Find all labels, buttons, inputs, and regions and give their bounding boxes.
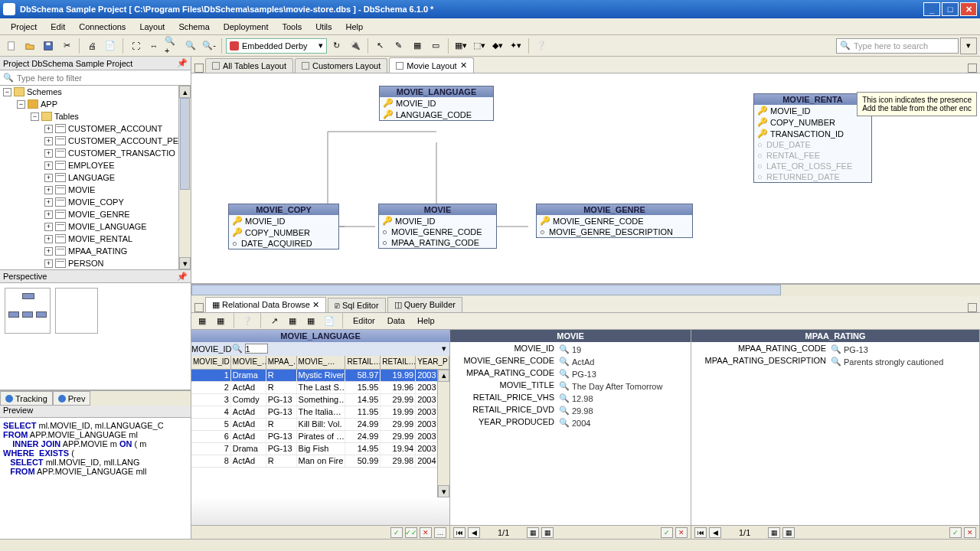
- refresh-icon[interactable]: ↻: [328, 37, 345, 54]
- accept-icon[interactable]: ✓: [949, 527, 962, 538]
- table-row[interactable]: 2ActAdRThe Last S…15.9519.962003: [191, 382, 449, 394]
- col-header[interactable]: MPAA_…: [266, 356, 297, 369]
- column-returned_date[interactable]: ○RETURNED_DATE: [754, 171, 871, 182]
- diagram-canvas[interactable]: MOVIE_LANGUAGE 🔑MOVIE_ID🔑LANGUAGE_CODE M…: [191, 73, 980, 284]
- dropdown-2-icon[interactable]: ⬚▾: [471, 37, 488, 54]
- menu-tools[interactable]: Tools: [276, 21, 308, 33]
- filter-input[interactable]: [245, 344, 268, 354]
- col-header[interactable]: MOVIE_…: [231, 356, 266, 369]
- more-icon[interactable]: …: [434, 527, 446, 538]
- layout-thumbnail[interactable]: [55, 288, 98, 334]
- layout2-icon[interactable]: ▦: [782, 527, 795, 538]
- subtab-help[interactable]: Help: [413, 315, 439, 327]
- table-row[interactable]: 5ActAdRKill Bill: Vol. 124.9929.992003: [191, 419, 449, 431]
- tree-table-movie_rental[interactable]: +MOVIE_RENTAL: [0, 233, 191, 245]
- subtab-data[interactable]: Data: [383, 315, 410, 327]
- new-icon[interactable]: [3, 37, 20, 54]
- tab-movie-layout[interactable]: Movie Layout✕: [389, 57, 473, 73]
- maximize-button[interactable]: □: [942, 2, 959, 16]
- column-movie_genre_code[interactable]: ○MOVIE_GENRE_CODE: [379, 227, 496, 237]
- close-button[interactable]: ✕: [960, 2, 977, 16]
- prev-icon[interactable]: ◀: [468, 527, 480, 538]
- dropdown-4-icon[interactable]: ✦▾: [508, 37, 524, 54]
- dropdown-icon[interactable]: ▾: [439, 344, 449, 354]
- tree-table-movie[interactable]: +MOVIE: [0, 184, 191, 196]
- menu-help[interactable]: Help: [340, 21, 370, 33]
- collapse-icon[interactable]: [194, 64, 204, 73]
- open-icon[interactable]: [21, 37, 38, 54]
- menu-layout[interactable]: Layout: [133, 21, 171, 33]
- grid2-icon[interactable]: ▦: [303, 314, 318, 328]
- close-tab-icon[interactable]: ✕: [312, 300, 319, 310]
- expand-icon[interactable]: [968, 64, 977, 73]
- col-header[interactable]: YEAR_P…: [416, 356, 449, 369]
- pointer-icon[interactable]: ↖: [372, 37, 389, 54]
- column-movie_genre_code[interactable]: 🔑MOVIE_GENRE_CODE: [537, 215, 692, 227]
- zoom-fit-icon[interactable]: ⛶: [127, 37, 144, 54]
- doc-icon[interactable]: 📄: [322, 314, 337, 328]
- table-movie-genre[interactable]: MOVIE_GENRE 🔑MOVIE_GENRE_CODE○MOVIE_GENR…: [536, 204, 693, 238]
- help2-icon[interactable]: ❔: [240, 314, 255, 328]
- tree-table-customer_account_pe[interactable]: +CUSTOMER_ACCOUNT_PE: [0, 135, 191, 147]
- close-tab-icon[interactable]: ✕: [460, 60, 467, 70]
- column-date_acquired[interactable]: ○DATE_ACQUIRED: [229, 238, 338, 249]
- column-rental_fee[interactable]: ○RENTAL_FEE: [754, 150, 871, 161]
- tree-table-language[interactable]: +LANGUAGE: [0, 171, 191, 184]
- tab-all-tables-layout[interactable]: All Tables Layout: [205, 58, 293, 73]
- first-icon[interactable]: ⏮: [694, 527, 707, 538]
- save-icon[interactable]: [40, 37, 57, 54]
- accept-icon[interactable]: ✓: [661, 527, 673, 538]
- export-icon[interactable]: 📄: [102, 37, 119, 54]
- column-movie_id[interactable]: 🔑MOVIE_ID: [379, 215, 496, 227]
- subtab-editor[interactable]: Editor: [348, 315, 380, 327]
- table-movie-copy[interactable]: MOVIE_COPY 🔑MOVIE_ID🔑COPY_NUMBER○DATE_AC…: [228, 204, 339, 249]
- canvas-hscrollbar[interactable]: [191, 284, 980, 296]
- table-row[interactable]: 8ActAdRMan on Fire50.9929.982004: [191, 455, 449, 468]
- menu-connections[interactable]: Connections: [73, 21, 132, 33]
- column-transaction_id[interactable]: 🔑TRANSACTION_ID: [754, 128, 871, 139]
- tree-table-mpaa_rating[interactable]: +MPAA_RATING: [0, 245, 191, 257]
- run-icon[interactable]: ▦: [194, 314, 210, 328]
- grid-scrollbar[interactable]: ▴▾: [437, 370, 449, 498]
- column-copy_number[interactable]: 🔑COPY_NUMBER: [229, 227, 338, 238]
- menu-edit[interactable]: Edit: [44, 21, 71, 33]
- tree-node-tables[interactable]: −Tables: [0, 110, 191, 122]
- column-movie_id[interactable]: 🔑MOVIE_ID: [380, 97, 493, 109]
- column-mpaa_rating_code[interactable]: ○MPAA_RATING_CODE: [379, 237, 496, 248]
- dropdown-1-icon[interactable]: ▦▾: [452, 37, 469, 54]
- tree-table-customer_account[interactable]: +CUSTOMER_ACCOUNT: [0, 122, 191, 135]
- tab-customers-layout[interactable]: Customers Layout: [295, 58, 387, 73]
- prev-icon[interactable]: ◀: [709, 527, 721, 538]
- pencil-icon[interactable]: ✎: [390, 37, 407, 54]
- table-movie[interactable]: MOVIE 🔑MOVIE_ID○MOVIE_GENRE_CODE○MPAA_RA…: [378, 204, 497, 249]
- search-dropdown-icon[interactable]: ▾: [960, 37, 977, 54]
- tab-query-builder[interactable]: ◫Query Builder: [387, 297, 462, 312]
- menu-deployment[interactable]: Deployment: [217, 21, 275, 33]
- table-row[interactable]: 6ActAdPG-13Pirates of …24.9929.992003: [191, 431, 449, 443]
- connect-icon[interactable]: 🔌: [347, 37, 364, 54]
- column-language_code[interactable]: 🔑LANGUAGE_CODE: [380, 109, 493, 120]
- zoom-select-icon[interactable]: 🔍: [182, 37, 199, 54]
- tree-scrollbar[interactable]: ▴▾: [178, 86, 191, 269]
- tab-prev[interactable]: Prev: [53, 391, 91, 406]
- note-icon[interactable]: ▭: [427, 37, 444, 54]
- zoom-1to1-icon[interactable]: ↔: [145, 37, 162, 54]
- table-movie-rental[interactable]: MOVIE_RENTA 🔑MOVIE_ID🔑COPY_NUMBER🔑TRANSA…: [753, 93, 872, 183]
- cancel-icon[interactable]: ✕: [675, 527, 688, 538]
- tree-table-movie_copy[interactable]: +MOVIE_COPY: [0, 196, 191, 208]
- table-icon[interactable]: ▦: [409, 37, 426, 54]
- dropdown-3-icon[interactable]: ◆▾: [489, 37, 506, 54]
- first-icon[interactable]: ⏮: [453, 527, 466, 538]
- edit-icon[interactable]: ↗: [266, 314, 282, 328]
- col-header[interactable]: RETAIL…: [381, 356, 416, 369]
- tree-table-movie_language[interactable]: +MOVIE_LANGUAGE: [0, 220, 191, 233]
- pin-icon[interactable]: 📌: [177, 58, 188, 68]
- tree-table-employee[interactable]: +EMPLOYEE: [0, 159, 191, 171]
- column-due_date[interactable]: ○DUE_DATE: [754, 139, 871, 150]
- tab-tracking[interactable]: Tracking: [0, 391, 53, 406]
- table-movie-language[interactable]: MOVIE_LANGUAGE 🔑MOVIE_ID🔑LANGUAGE_CODE: [379, 86, 494, 121]
- help-icon[interactable]: ❔: [533, 37, 550, 54]
- column-movie_genre_description[interactable]: ○MOVIE_GENRE_DESCRIPTION: [537, 227, 692, 237]
- tree-filter-field[interactable]: [17, 73, 188, 83]
- layout1-icon[interactable]: ▦: [768, 527, 780, 538]
